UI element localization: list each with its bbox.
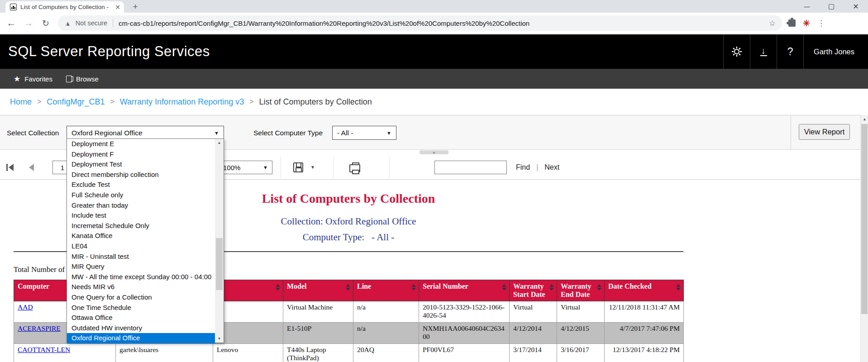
dropdown-option[interactable]: Full Scheule only bbox=[67, 190, 215, 200]
help-icon[interactable]: ? bbox=[777, 34, 803, 69]
column-label: Warranty End Date bbox=[561, 282, 591, 298]
back-icon[interactable]: ← bbox=[3, 18, 20, 29]
column-header-warranty-end-date[interactable]: Warranty End Date bbox=[557, 280, 605, 301]
red-extension-icon[interactable]: ✳ bbox=[803, 18, 810, 29]
cell: Virtual Machine bbox=[283, 301, 353, 323]
page-scrollbar-thumb[interactable] bbox=[861, 124, 868, 314]
computer-link[interactable]: ACERASPIRE bbox=[18, 324, 61, 332]
dropdown-option[interactable]: Exclude Test bbox=[67, 180, 215, 190]
breadcrumb-separator: > bbox=[37, 98, 41, 106]
bookmark-star-icon[interactable]: ☆ bbox=[769, 19, 776, 28]
sort-icon[interactable] bbox=[549, 284, 554, 291]
dropdown-scrollbar[interactable]: ▲ ▼ bbox=[215, 139, 224, 343]
column-header-warranty-start-date[interactable]: Warranty Start Date bbox=[510, 280, 557, 301]
address-bar[interactable]: ▲! Not secure cm-cas-cb1/reports/report/… bbox=[58, 15, 782, 31]
dropdown-option[interactable]: One Query for a Collection bbox=[67, 292, 215, 303]
table-row: CAOTTANT-LENgartek\lsuaresLenovoT440s La… bbox=[14, 344, 684, 362]
cell: n/a bbox=[353, 301, 419, 323]
download-icon[interactable]: ↓ bbox=[750, 34, 777, 69]
previous-page-icon bbox=[29, 164, 34, 171]
zoom-select[interactable]: 100% ▼ bbox=[217, 161, 272, 174]
computer-link[interactable]: CAOTTANT-LEN bbox=[18, 346, 70, 353]
cell: T440s Laptop (ThinkPad) bbox=[283, 344, 353, 362]
url-text: cm-cas-cb1/reports/report/ConfigMgr_CB1/… bbox=[119, 19, 764, 27]
favorites-tab[interactable]: ★ Favorites bbox=[14, 74, 52, 84]
window-minimize-icon[interactable]: — bbox=[795, 0, 819, 13]
dropdown-option[interactable]: Ottawa Office bbox=[67, 313, 215, 323]
sort-icon[interactable] bbox=[276, 284, 280, 291]
collection-select-value: Oxford Regional Office bbox=[72, 129, 143, 137]
column-label: Warranty Start Date bbox=[513, 282, 545, 298]
extensions-puzzle-icon[interactable] bbox=[788, 19, 796, 27]
window-maximize-icon[interactable]: ▢ bbox=[819, 0, 844, 13]
cell: gartek\lsuares bbox=[116, 344, 213, 362]
window-close-icon[interactable]: ✕ bbox=[844, 0, 868, 13]
view-report-button[interactable]: View Report bbox=[799, 124, 850, 140]
chevron-down-icon: ▼ bbox=[310, 165, 315, 170]
breadcrumb: Home>ConfigMgr_CB1>Warranty Information … bbox=[0, 89, 868, 115]
dropdown-option[interactable]: Greater than today bbox=[67, 200, 215, 211]
splitter-collapse-handle[interactable]: ▲ bbox=[420, 150, 448, 154]
column-header-line[interactable]: Line bbox=[353, 280, 419, 301]
dropdown-option[interactable]: Deployment Test bbox=[67, 159, 215, 170]
cell: 12/11/2018 11:31:47 AM bbox=[605, 301, 684, 323]
scroll-up-icon[interactable]: ▲ bbox=[215, 139, 224, 147]
sort-icon[interactable] bbox=[597, 284, 601, 291]
find-button[interactable]: Find bbox=[516, 163, 530, 171]
column-label: Line bbox=[357, 282, 371, 290]
collection-select[interactable]: Oxford Regional Office ▼ bbox=[67, 126, 224, 140]
previous-page-button[interactable] bbox=[29, 155, 34, 180]
browser-menu-icon[interactable]: ⋮ bbox=[817, 19, 825, 28]
first-page-button[interactable] bbox=[6, 155, 14, 180]
dropdown-option[interactable]: MW - All the time except Sunday 00:00 - … bbox=[67, 272, 215, 282]
browse-folder-icon bbox=[66, 76, 72, 82]
column-header-serial-number[interactable]: Serial Number bbox=[419, 280, 510, 301]
sort-icon[interactable] bbox=[346, 284, 350, 291]
column-header-date-checked[interactable]: Date Checked bbox=[605, 280, 684, 301]
dropdown-option[interactable]: One Time Schedule bbox=[67, 303, 215, 313]
browser-tab[interactable]: List of Computers by Collection - ✕ bbox=[5, 1, 124, 13]
dropdown-option[interactable]: Incremetal Schedule Only bbox=[67, 221, 215, 231]
breadcrumb-item-2[interactable]: Warranty Information Reporting v3 bbox=[120, 97, 244, 107]
collection-dropdown-list: Deployment EDeployment FDeployment TestD… bbox=[67, 138, 224, 343]
browse-tab[interactable]: Browse bbox=[66, 75, 99, 83]
computer-type-param-label: Select Computer Type bbox=[253, 129, 323, 137]
breadcrumb-item-1[interactable]: ConfigMgr_CB1 bbox=[47, 97, 105, 107]
dropdown-option[interactable]: MIR Query bbox=[67, 262, 215, 272]
computer-link[interactable]: AAD bbox=[18, 303, 33, 311]
sort-icon[interactable] bbox=[502, 284, 506, 291]
total-count-label: Total Number of bbox=[14, 265, 65, 274]
sort-icon[interactable] bbox=[411, 284, 416, 291]
first-page-icon bbox=[9, 164, 14, 171]
dropdown-scrollbar-thumb[interactable] bbox=[216, 238, 223, 290]
dropdown-option[interactable]: Deployment F bbox=[67, 149, 215, 160]
computer-type-select[interactable]: - All - ▼ bbox=[332, 126, 396, 140]
column-header-model[interactable]: Model bbox=[283, 280, 353, 301]
user-menu[interactable]: Garth Jones bbox=[803, 34, 868, 69]
dropdown-option[interactable]: MIR - Uninstall test bbox=[67, 252, 215, 262]
print-button[interactable] bbox=[349, 155, 360, 180]
chevron-down-icon: ▼ bbox=[386, 130, 391, 136]
cell: 3/17/2014 bbox=[510, 344, 557, 362]
dropdown-option[interactable]: Deployment E bbox=[67, 139, 215, 149]
settings-gear-icon[interactable] bbox=[723, 34, 750, 69]
find-text-input[interactable] bbox=[434, 161, 507, 174]
dropdown-option[interactable]: Needs MIR v6 bbox=[67, 282, 215, 292]
page-scrollbar[interactable]: ▲ bbox=[860, 115, 868, 362]
forward-icon[interactable]: → bbox=[20, 18, 37, 29]
dropdown-option[interactable]: Kanata Office bbox=[67, 231, 215, 241]
save-export-button[interactable]: ▼ bbox=[293, 155, 315, 180]
breadcrumb-item-0[interactable]: Home bbox=[10, 97, 32, 107]
tab-close-icon[interactable]: ✕ bbox=[115, 4, 120, 11]
next-button[interactable]: Next bbox=[544, 163, 559, 171]
new-tab-button[interactable]: + bbox=[129, 1, 141, 13]
dropdown-option[interactable]: Oxford Regional Office bbox=[67, 333, 215, 343]
dropdown-option[interactable]: Direct membership collection bbox=[67, 170, 215, 180]
reload-icon[interactable]: ↻ bbox=[37, 18, 54, 29]
dropdown-option[interactable]: Outdated HW inventory bbox=[67, 323, 215, 333]
sort-icon[interactable] bbox=[676, 284, 681, 291]
dropdown-option[interactable]: LE04 bbox=[67, 241, 215, 252]
scroll-up-icon[interactable]: ▲ bbox=[861, 116, 868, 123]
dropdown-option[interactable]: Include test bbox=[67, 210, 215, 221]
scroll-down-icon[interactable]: ▼ bbox=[215, 335, 224, 343]
